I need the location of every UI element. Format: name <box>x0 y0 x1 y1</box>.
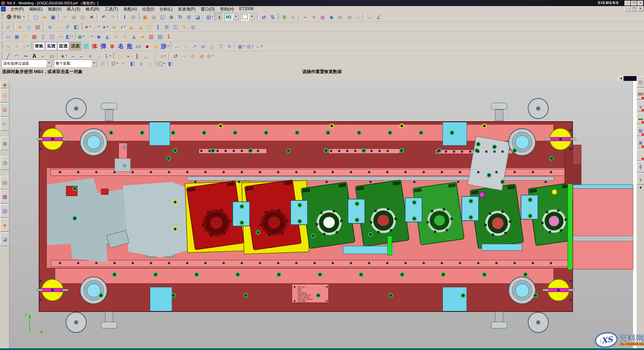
graphics-window[interactable] <box>9 81 633 348</box>
table-feature-button[interactable]: ◳ <box>48 32 56 40</box>
replace-button[interactable]: 替换 <box>33 42 45 50</box>
point-button[interactable]: ∗▼ <box>84 23 92 31</box>
resize-face-button[interactable]: ⇔▼ <box>255 42 263 50</box>
key-part-button[interactable]: KEY <box>637 88 644 100</box>
toolbar-handle[interactable] <box>1 23 3 30</box>
wade-tool-button[interactable]: 涉▼ <box>161 42 169 50</box>
object-color-swatch[interactable]: ▼ <box>240 13 255 21</box>
reverse-blank-button[interactable]: ⇅ <box>268 13 277 21</box>
child-minimize-button[interactable]: – <box>624 6 631 11</box>
show-and-hide-button[interactable]: ⇄ <box>260 13 268 21</box>
punch-part-button[interactable]: ┳ <box>637 100 644 112</box>
visualization-button[interactable]: ▩ <box>0 190 9 203</box>
cylinder-button[interactable]: ◎ <box>25 23 33 31</box>
layer-visibility-button[interactable]: ≡ <box>289 13 297 21</box>
datum-plane-button[interactable]: ▱ <box>55 23 63 31</box>
circle-fillet-button[interactable]: ◌ <box>151 52 159 60</box>
elbow-part-button[interactable]: ┓ <box>637 173 644 185</box>
assembly-navigator-button[interactable]: ⊞ <box>0 89 9 102</box>
step-back-button[interactable]: ↶ <box>120 59 128 67</box>
project-curve-button[interactable]: ↧▼ <box>104 52 112 60</box>
curve-length-button[interactable]: → <box>95 52 103 60</box>
menu-格式R[interactable]: 格式(R) <box>83 6 102 12</box>
copy-face-button[interactable]: ▣▼ <box>237 42 246 50</box>
trim-curve-button[interactable]: ⌢ <box>69 52 77 60</box>
target-tool-button[interactable]: ⊕ <box>108 42 116 50</box>
selection-scope-combo[interactable]: 整个装配 ▼ <box>54 60 98 67</box>
menu-信息I[interactable]: 信息(I) <box>139 6 157 12</box>
sketch-button[interactable]: ▱ <box>4 23 12 31</box>
section-curve-button[interactable]: ⊘ <box>198 52 206 60</box>
menu-ET2008[interactable]: ET2008 <box>236 6 256 12</box>
menu-帮助H[interactable]: 帮助(H) <box>218 6 237 12</box>
toolbar-handle[interactable] <box>170 43 172 50</box>
drag-component-button[interactable]: ◇ <box>146 59 154 67</box>
text-button[interactable]: A <box>30 52 38 60</box>
body-button[interactable]: ◧▼ <box>65 32 73 40</box>
extrude-button[interactable]: ◧ <box>72 23 80 31</box>
unite-button[interactable]: ⊎ <box>46 23 54 31</box>
draft-button[interactable]: ◢ <box>136 23 144 31</box>
edge-blend-button[interactable]: ◗▼ <box>119 23 127 31</box>
helix-button[interactable]: ↺ <box>171 52 180 60</box>
zoom-window-button[interactable]: ◱ <box>159 13 167 21</box>
insert-part-button[interactable]: ▬ <box>637 113 644 124</box>
child-restore-button[interactable]: ❐ <box>631 6 637 11</box>
toolbar-handle[interactable] <box>138 13 140 20</box>
mirror-feature-button[interactable]: ◫ <box>171 23 180 31</box>
toolbar-handle[interactable] <box>278 13 279 20</box>
isoparametric-curve-button[interactable]: ⊘▼ <box>206 52 215 60</box>
arc-button[interactable]: ◠ <box>13 52 21 60</box>
sew-button[interactable]: ▤ <box>156 32 164 40</box>
plate-part-button[interactable]: ▣ <box>637 137 644 148</box>
point-set-button[interactable]: ⋯ <box>180 52 188 60</box>
save-button[interactable]: ▣ <box>49 13 57 21</box>
fit-view-button[interactable]: ▣ <box>141 13 149 21</box>
spline-button[interactable]: ∼ <box>22 52 30 60</box>
toolbar-handle[interactable] <box>81 23 83 30</box>
rib-button[interactable]: ∥ <box>154 23 162 31</box>
rotate-view-button[interactable]: ↻ <box>176 13 184 21</box>
zoom-in-out-button[interactable]: ⊕ <box>167 13 175 21</box>
object-display-palette-button[interactable]: ◍ <box>319 13 327 21</box>
redo-button[interactable]: ↷ <box>108 13 117 21</box>
toolbar-handle[interactable] <box>155 60 157 67</box>
menu-工具T[interactable]: 工具(T) <box>102 6 121 12</box>
pattern-feature-button[interactable]: ⊞ <box>163 23 171 31</box>
menu-文件F[interactable]: 文件(F) <box>8 6 26 12</box>
menu-视图V[interactable]: 视图(V) <box>45 6 64 12</box>
new-file-button[interactable]: ▢ <box>32 13 40 21</box>
tube-button[interactable]: ◎ <box>189 23 197 31</box>
menu-分析L[interactable]: 分析(L) <box>157 6 175 12</box>
menu-插入S[interactable]: 插入(S) <box>64 6 83 12</box>
restore-button[interactable]: 还原 <box>70 42 81 50</box>
vent-button[interactable]: ❖ <box>22 32 30 40</box>
trimmed-sheet-button[interactable]: ▥ <box>147 32 155 40</box>
copy-tool-button[interactable]: ᴄᴘ <box>134 42 142 50</box>
offset-curve-button[interactable]: ∥ <box>133 52 141 60</box>
menu-装配A[interactable]: 装配(A) <box>121 6 139 12</box>
layer-settings-button[interactable]: ≣ <box>280 13 288 21</box>
divide-curve-button[interactable]: ≈ <box>86 52 94 60</box>
variational-sweep-button[interactable]: ≈ <box>121 32 129 40</box>
bridge-surface-button[interactable]: ∿▼ <box>22 42 30 50</box>
move-component-button[interactable]: ◈ <box>137 59 145 67</box>
hide-by-cursor-button[interactable]: ◁ <box>345 13 353 21</box>
trim-corner-button[interactable]: ⌣ <box>77 52 86 60</box>
close-button[interactable]: ✕ <box>637 1 643 6</box>
replace-face-button[interactable]: ⇄ <box>199 42 207 50</box>
emboss-button[interactable]: ▣ <box>13 32 21 40</box>
perspective-button[interactable]: ◪ <box>194 13 202 21</box>
delete-button[interactable]: ✕ <box>88 13 96 21</box>
copy-button[interactable]: ▣ <box>70 13 78 21</box>
edit-object-display-button[interactable]: ⌁ <box>301 13 309 21</box>
gallery-button[interactable]: ◪ <box>0 232 9 246</box>
block-button[interactable]: ■ <box>16 23 24 31</box>
hidden-objects-button[interactable]: ◇ <box>354 13 362 21</box>
delete-hole-button[interactable]: ▽ <box>217 42 225 50</box>
pan-view-button[interactable]: ⊞ <box>185 13 193 21</box>
information-button[interactable]: i <box>121 13 129 21</box>
line-button[interactable]: ╱ <box>4 52 12 60</box>
selection-filter-combo[interactable]: 没有选择过滤器 ▼ <box>1 60 53 67</box>
plane-button[interactable]: ▱▼ <box>93 23 101 31</box>
